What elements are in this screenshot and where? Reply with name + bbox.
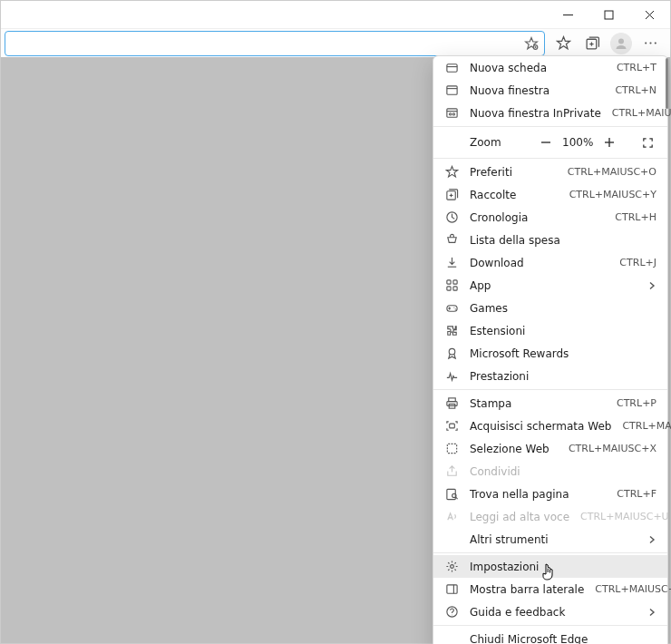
menu-item-label: Cronologia (470, 211, 604, 224)
menu-item-label: Impostazioni (470, 561, 656, 573)
menu-item-nuova-scheda[interactable]: Nuova schedaCTRL+T (433, 56, 667, 79)
menu-item-label: App (470, 279, 637, 292)
menu-item-raccolte[interactable]: RaccolteCTRL+MAIUSC+Y (433, 183, 667, 206)
maximize-button[interactable] (588, 1, 629, 28)
performance-icon (444, 369, 459, 384)
settings-and-more-button[interactable] (636, 31, 665, 56)
toolbar (1, 28, 670, 57)
menu-item-acquisisci-schermata-web[interactable]: Acquisisci schermata WebCTRL+MAIUSC+S (433, 415, 667, 437)
menu-item-nuova-finestra[interactable]: Nuova finestraCTRL+N (433, 79, 667, 102)
menu-item-altri-strumenti[interactable]: Altri strumenti (433, 528, 667, 551)
svg-point-48 (450, 565, 453, 569)
svg-rect-30 (446, 280, 450, 284)
blank-icon (444, 532, 459, 547)
menu-item-estensioni[interactable]: Estensioni (433, 319, 667, 342)
svg-rect-43 (449, 424, 454, 428)
address-bar[interactable] (5, 31, 545, 56)
menu-item-prestazioni[interactable]: Prestazioni (433, 365, 667, 387)
menu-item-guida-e-feedback[interactable]: Guida e feedback (433, 600, 667, 623)
svg-point-37 (453, 307, 454, 307)
menu-item-label: Stampa (470, 397, 606, 410)
svg-point-39 (449, 348, 455, 355)
settings-icon (444, 560, 459, 574)
menu-item-stampa[interactable]: StampaCTRL+P (433, 392, 667, 415)
menu-item-app[interactable]: App (433, 274, 667, 297)
blank-icon (444, 632, 459, 645)
menu-item-label: Microsoft Rewards (470, 347, 656, 360)
menu-item-shortcut: CTRL+F (617, 488, 656, 500)
menu-item-shortcut: CTRL+MAIUSC+N (612, 107, 671, 119)
svg-point-12 (645, 42, 647, 44)
url-actions-icon[interactable] (524, 36, 539, 51)
menu-item-cronologia[interactable]: CronologiaCTRL+H (433, 206, 667, 229)
chevron-right-icon (647, 608, 656, 617)
tab-icon (444, 61, 459, 75)
svg-point-13 (649, 42, 651, 44)
menu-item-label: Chiudi Microsoft Edge (470, 633, 656, 645)
menu-item-label: Condividi (470, 465, 656, 478)
menu-separator (433, 126, 667, 127)
svg-point-11 (618, 38, 624, 44)
fullscreen-button[interactable] (638, 133, 656, 151)
menu-item-shortcut: CTRL+P (617, 397, 656, 409)
sidebar-icon (444, 582, 459, 597)
menu-item-condividi: Condividi (433, 460, 667, 483)
menu-item-download[interactable]: DownloadCTRL+J (433, 251, 667, 274)
history-icon (444, 210, 459, 225)
svg-point-38 (454, 308, 455, 309)
select-icon (444, 442, 459, 456)
menu-separator (433, 389, 667, 390)
menu-item-shortcut: CTRL+MAIUSC+U (580, 511, 669, 522)
svg-point-6 (535, 46, 537, 48)
menu-item-chiudi-microsoft-edge[interactable]: Chiudi Microsoft Edge (433, 628, 667, 644)
close-button[interactable] (629, 1, 670, 28)
menu-item-selezione-web[interactable]: Selezione WebCTRL+MAIUSC+X (433, 437, 667, 460)
star-icon (444, 165, 459, 180)
print-icon (444, 396, 459, 411)
menu-item-mostra-barra-laterale[interactable]: Mostra barra lateraleCTRL+MAIUSC+ù (433, 578, 667, 600)
svg-rect-32 (446, 287, 450, 290)
menu-item-shortcut: CTRL+N (615, 84, 656, 96)
menu-item-nuova-finestra-inprivate[interactable]: Nuova finestra InPrivateCTRL+MAIUSC+N (433, 102, 667, 124)
menu-item-games[interactable]: Games (433, 297, 667, 319)
menu-item-lista-della-spesa[interactable]: Lista della spesa (433, 229, 667, 251)
menu-item-label: Nuova finestra (470, 84, 604, 97)
menu-item-label: Games (470, 302, 656, 315)
menu-item-trova-nella-pagina[interactable]: Trova nella paginaCTRL+F (433, 483, 667, 505)
svg-rect-44 (447, 444, 456, 453)
menu-item-label: Mostra barra laterale (470, 583, 584, 596)
menu-item-label: Leggi ad alta voce (470, 511, 569, 523)
menu-separator (433, 552, 667, 553)
menu-item-label: Estensioni (470, 325, 656, 337)
profile-avatar[interactable] (610, 33, 632, 54)
menu-item-shortcut: CTRL+T (617, 62, 656, 73)
help-icon (444, 605, 459, 620)
menu-item-shortcut: CTRL+J (619, 257, 656, 268)
svg-point-20 (449, 113, 451, 115)
menu-item-label: Nuova finestra InPrivate (470, 107, 601, 120)
svg-rect-49 (446, 585, 456, 593)
menu-item-impostazioni[interactable]: Impostazioni (433, 555, 667, 578)
favorites-icon[interactable] (549, 31, 578, 56)
share-icon (444, 464, 459, 479)
menu-item-label: Acquisisci schermata Web (470, 420, 611, 433)
menu-item-label: Prestazioni (470, 370, 656, 383)
readaloud-icon (444, 510, 459, 524)
menu-separator (433, 625, 667, 626)
menu-item-microsoft-rewards[interactable]: Microsoft Rewards (433, 342, 667, 365)
menu-item-preferiti[interactable]: PreferitiCTRL+MAIUSC+O (433, 161, 667, 183)
menu-item-shortcut: CTRL+H (615, 211, 656, 223)
settings-menu: Nuova schedaCTRL+TNuova finestraCTRL+NNu… (433, 55, 668, 644)
minimize-button[interactable] (548, 1, 588, 28)
collections-icon[interactable] (578, 31, 607, 56)
games-icon (444, 301, 459, 316)
screenshot-icon (444, 419, 459, 434)
zoom-out-button[interactable] (537, 133, 555, 151)
zoom-row: Zoom100% (433, 129, 667, 156)
download-icon (444, 256, 459, 270)
menu-scrollbar[interactable] (666, 58, 668, 109)
svg-point-52 (452, 614, 452, 615)
rewards-icon (444, 346, 459, 361)
svg-marker-7 (557, 37, 569, 49)
zoom-in-button[interactable] (600, 133, 618, 151)
